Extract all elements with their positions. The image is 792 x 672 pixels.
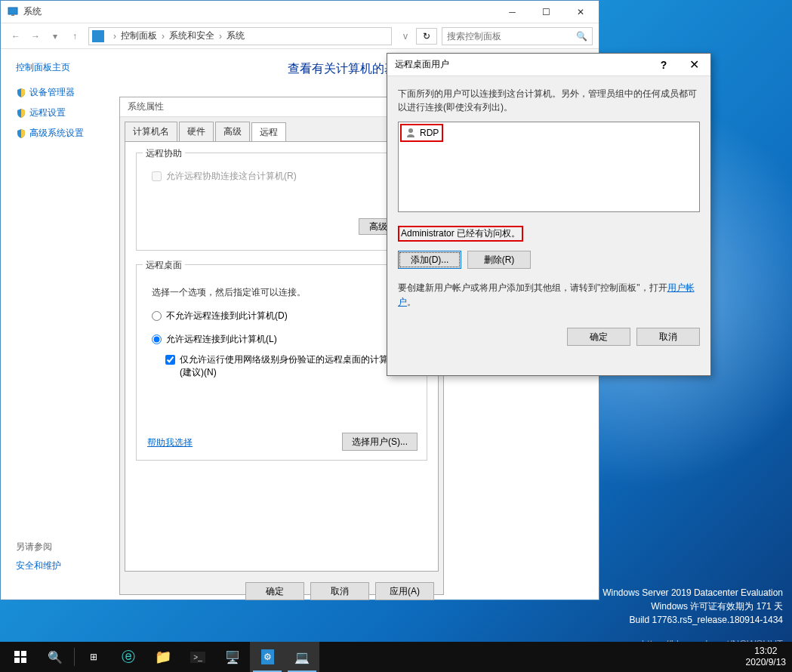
search-button[interactable]: 🔍 bbox=[38, 642, 72, 672]
description: 选择一个选项，然后指定谁可以连接。 bbox=[152, 286, 418, 299]
sidebar-link: 高级系统设置 bbox=[29, 127, 84, 140]
radio-disallow[interactable] bbox=[152, 311, 162, 321]
up-button[interactable]: ↑ bbox=[66, 27, 84, 45]
remote-assistance-group: 远程协助 允许远程协助连接这台计算机(R) 高级(V)... bbox=[136, 153, 427, 251]
ok-button[interactable]: 确定 bbox=[567, 328, 630, 346]
sidebar: 控制面板主页 设备管理器 远程设置 高级系统设置 另请参阅 安全和维护 bbox=[1, 49, 122, 600]
svg-rect-5 bbox=[14, 658, 20, 663]
admin-note: Administrator 已经有访问权。 bbox=[398, 226, 523, 242]
remote-desktop-users-dialog: 远程桌面用户 ? ✕ 下面所列的用户可以连接到这台计算机。另外，管理员组中的任何… bbox=[387, 53, 711, 376]
remove-button[interactable]: 删除(R) bbox=[467, 251, 531, 269]
shield-icon bbox=[16, 108, 26, 119]
search-icon[interactable]: 🔍 bbox=[576, 31, 587, 42]
sidebar-item-remote-settings[interactable]: 远程设置 bbox=[16, 106, 122, 119]
select-users-button[interactable]: 选择用户(S)... bbox=[342, 433, 418, 451]
description: 下面所列的用户可以连接到这台计算机。另外，管理员组中的任何成员都可以进行连接(即… bbox=[398, 87, 700, 114]
search-bar[interactable]: 🔍 bbox=[442, 27, 593, 45]
dialog-titlebar: 远程桌面用户 ? ✕ bbox=[387, 54, 710, 76]
checkbox-label: 允许远程协助连接这台计算机(R) bbox=[166, 170, 297, 183]
svg-rect-4 bbox=[21, 651, 26, 656]
taskbar-system[interactable]: 💻 bbox=[285, 642, 319, 672]
see-also-heading: 另请参阅 bbox=[16, 541, 61, 553]
refresh-button[interactable]: ↻ bbox=[416, 28, 437, 45]
apply-button[interactable]: 应用(A) bbox=[375, 582, 434, 600]
radio-label: 允许远程连接到此计算机(L) bbox=[166, 333, 277, 346]
svg-rect-3 bbox=[14, 651, 20, 656]
sidebar-link: 设备管理器 bbox=[29, 86, 75, 99]
breadcrumb-item[interactable]: 系统 bbox=[227, 29, 245, 42]
start-button[interactable] bbox=[3, 642, 38, 672]
sidebar-item-device-manager[interactable]: 设备管理器 bbox=[16, 86, 122, 99]
taskbar-settings[interactable]: ⚙ bbox=[250, 642, 285, 672]
nla-checkbox[interactable] bbox=[165, 355, 175, 365]
shield-icon bbox=[16, 128, 26, 139]
clock[interactable]: 13:02 2020/9/13 bbox=[746, 646, 786, 669]
maximize-button[interactable]: ☐ bbox=[529, 2, 563, 23]
create-user-text: 要创建新用户帐户或将用户添加到其他组，请转到"控制面板"，打开用户帐户。 bbox=[398, 281, 700, 310]
cancel-button[interactable]: 取消 bbox=[310, 582, 369, 600]
taskbar-cmd[interactable]: >_ bbox=[180, 642, 215, 672]
user-icon bbox=[405, 127, 417, 139]
task-view-button[interactable]: ⊞ bbox=[76, 642, 111, 672]
search-input[interactable] bbox=[447, 31, 576, 42]
sidebar-item-security[interactable]: 安全和维护 bbox=[16, 559, 61, 572]
list-item[interactable]: RDP bbox=[403, 125, 440, 140]
sidebar-link: 远程设置 bbox=[29, 106, 66, 119]
minimize-button[interactable]: ─ bbox=[495, 2, 529, 23]
svg-rect-6 bbox=[21, 658, 26, 663]
radio-allow-row[interactable]: 允许远程连接到此计算机(L) bbox=[152, 333, 418, 346]
remote-desktop-group: 远程桌面 选择一个选项，然后指定谁可以连接。 不允许远程连接到此计算机(D) 允… bbox=[136, 264, 427, 461]
taskbar: 🔍 ⊞ ⓔ 📁 >_ 🖥️ ⚙ 💻 13:02 2020/9/13 bbox=[0, 642, 792, 672]
radio-label: 不允许远程连接到此计算机(D) bbox=[166, 310, 288, 322]
close-button[interactable]: ✕ bbox=[679, 57, 709, 72]
forward-button[interactable]: → bbox=[26, 27, 45, 45]
window-title: 系统 bbox=[23, 5, 495, 18]
titlebar: 系统 ─ ☐ ✕ bbox=[1, 1, 599, 23]
ok-button[interactable]: 确定 bbox=[245, 582, 304, 600]
radio-allow[interactable] bbox=[152, 334, 162, 344]
recent-button[interactable]: ▾ bbox=[46, 27, 64, 45]
cancel-button[interactable]: 取消 bbox=[636, 328, 700, 346]
windows-watermark: Windows Server 2019 Datacenter Evaluatio… bbox=[602, 586, 783, 627]
breadcrumb-item[interactable]: 系统和安全 bbox=[169, 29, 214, 42]
svg-rect-1 bbox=[11, 14, 14, 16]
radio-disallow-row[interactable]: 不允许远程连接到此计算机(D) bbox=[152, 310, 418, 322]
taskbar-server-manager[interactable]: 🖥️ bbox=[215, 642, 250, 672]
tab-remote[interactable]: 远程 bbox=[251, 122, 286, 142]
group-title: 远程桌面 bbox=[143, 259, 185, 272]
tab-advanced[interactable]: 高级 bbox=[215, 122, 250, 141]
back-button[interactable]: ← bbox=[7, 27, 25, 45]
sidebar-title[interactable]: 控制面板主页 bbox=[16, 61, 122, 74]
breadcrumb-item[interactable]: 控制面板 bbox=[121, 29, 157, 42]
user-list[interactable]: RDP bbox=[398, 122, 700, 212]
close-button[interactable]: ✕ bbox=[563, 2, 597, 23]
sidebar-item-advanced-settings[interactable]: 高级系统设置 bbox=[16, 127, 122, 140]
allow-remote-assist-checkbox bbox=[152, 171, 162, 181]
tab-hardware[interactable]: 硬件 bbox=[179, 122, 214, 141]
toolbar: ← → ▾ ↑ › 控制面板 › 系统和安全 › 系统 v ↻ 🔍 bbox=[1, 23, 599, 49]
taskbar-ie[interactable]: ⓔ bbox=[111, 642, 146, 672]
svg-point-2 bbox=[408, 128, 413, 133]
help-link[interactable]: 帮助我选择 bbox=[147, 436, 193, 449]
monitor-icon bbox=[7, 6, 19, 18]
address-bar[interactable]: › 控制面板 › 系统和安全 › 系统 bbox=[88, 27, 392, 45]
address-dropdown[interactable]: v bbox=[396, 27, 414, 45]
user-name: RDP bbox=[420, 128, 439, 138]
add-button[interactable]: 添加(D)... bbox=[398, 251, 461, 269]
help-button[interactable]: ? bbox=[649, 59, 679, 71]
svg-rect-0 bbox=[8, 8, 17, 14]
group-title: 远程协助 bbox=[143, 147, 185, 160]
nla-checkbox-row[interactable]: 仅允许运行使用网络级别身份验证的远程桌面的计算机连接(建议)(N) bbox=[165, 353, 418, 379]
tab-computer-name[interactable]: 计算机名 bbox=[125, 122, 177, 141]
dialog-title: 远程桌面用户 bbox=[395, 58, 649, 71]
checkbox-label: 仅允许运行使用网络级别身份验证的远程桌面的计算机连接(建议)(N) bbox=[180, 353, 418, 379]
monitor-icon bbox=[92, 30, 104, 42]
shield-icon bbox=[16, 88, 26, 98]
taskbar-explorer[interactable]: 📁 bbox=[146, 642, 180, 672]
